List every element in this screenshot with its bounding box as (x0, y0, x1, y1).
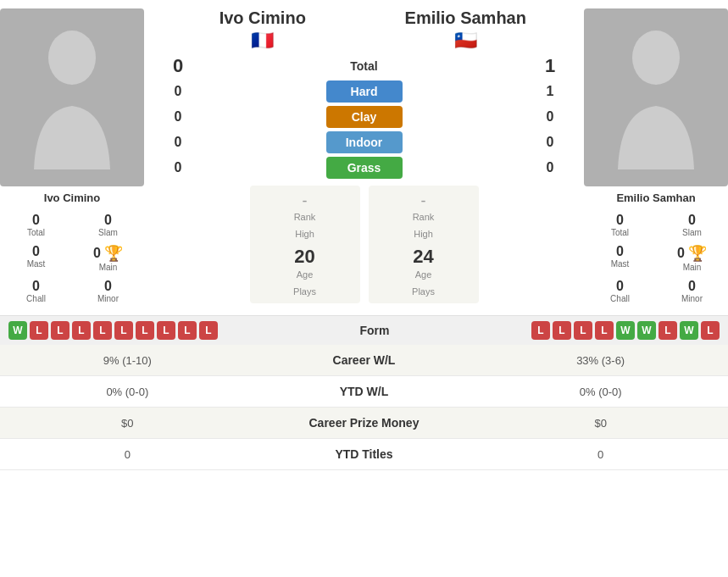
player2-chall-label: Chall (586, 294, 654, 303)
form-badge-w: W (680, 321, 698, 340)
p2-grass-score: 0 (533, 160, 567, 175)
form-badge-w: W (637, 321, 656, 340)
indoor-button[interactable]: Indoor (326, 131, 403, 153)
player1-plays-block: Plays (260, 286, 350, 297)
form-badge-l: L (595, 321, 614, 340)
player2-total-cell: 0 Total (584, 209, 656, 241)
p2-hard-score: 1 (533, 84, 567, 99)
player2-plays-label: Plays (379, 286, 469, 297)
career-wl-label: Career W/L (255, 345, 474, 376)
titles-label: YTD Titles (255, 439, 474, 470)
player2-trophy-icon: 🏆 (688, 244, 707, 263)
player2-main-label: Main (683, 263, 702, 272)
form-badge-l: L (51, 321, 69, 340)
player2-minor-cell: 0 Minor (656, 275, 728, 307)
ytd-wl-label: YTD W/L (255, 376, 474, 408)
player2-slam-cell: 0 Slam (656, 209, 728, 241)
player2-age-block: 24 Age (379, 246, 469, 280)
player1-chall-label: Chall (2, 294, 70, 303)
player2-minor-label: Minor (658, 294, 726, 303)
p1-hard-score: 0 (161, 84, 195, 99)
player2-chall-cell: 0 Chall (584, 275, 656, 307)
form-badge-l: L (199, 321, 218, 340)
info-cards-row: - Rank High 20 Age Plays - Ra (153, 186, 575, 303)
player1-mast-label: Mast (2, 259, 70, 269)
titles-row: 0 YTD Titles 0 (0, 439, 728, 470)
p2-ytd-wl: 0% (0-0) (473, 376, 728, 408)
player2-header-name: Emilio Samhan (364, 8, 568, 28)
player-header: Ivo Cimino 🇫🇷 Emilio Samhan 🇨🇱 (153, 8, 575, 52)
player2-high-label: High (379, 229, 469, 239)
stats-table: 9% (1-10) Career W/L 33% (3-6) 0% (0-0) … (0, 345, 728, 470)
form-badge-l: L (114, 321, 133, 340)
hard-button[interactable]: Hard (326, 80, 403, 103)
player2-info-card: - Rank High 24 Age Plays (369, 186, 479, 303)
p2-total-score: 1 (533, 55, 567, 77)
clay-row: 0 Clay 0 (161, 106, 567, 128)
player1-chall-value: 0 (2, 279, 70, 294)
player2-slam-label: Slam (658, 228, 726, 237)
player1-slam-cell: 0 Slam (72, 209, 144, 241)
player2-minor-value: 0 (658, 279, 726, 294)
svg-point-0 (48, 31, 96, 85)
player1-minor-cell: 0 Minor (72, 275, 144, 307)
player1-main-value: 0 (93, 246, 101, 261)
player2-high-placeholder: High (379, 229, 469, 239)
player1-name: Ivo Cimino (44, 191, 100, 204)
total-label: Total (195, 59, 533, 73)
p1-career-wl: 9% (1-10) (0, 345, 255, 376)
player2-block: Emilio Samhan 0 Total 0 Slam 0 Mast 0 (584, 8, 728, 307)
career-wl-row: 9% (1-10) Career W/L 33% (3-6) (0, 345, 728, 376)
grass-button[interactable]: Grass (326, 157, 403, 179)
form-badge-l: L (574, 321, 592, 340)
player2-rank-value: - (379, 192, 469, 210)
player1-minor-value: 0 (74, 279, 142, 294)
player1-age-label: Age (260, 269, 350, 280)
svg-point-1 (632, 31, 680, 85)
indoor-row: 0 Indoor 0 (161, 131, 567, 153)
player2-stats-grid: 0 Total 0 Slam 0 Mast 0 🏆 Main (584, 209, 728, 307)
form-label: Form (218, 324, 531, 337)
player1-total-cell: 0 Total (0, 209, 72, 241)
player1-form-badges: WLLLLLLLLL (8, 321, 218, 340)
p1-titles: 0 (0, 439, 255, 470)
player1-trophy-icon: 🏆 (104, 244, 123, 263)
player2-main-value: 0 (677, 246, 685, 261)
clay-button[interactable]: Clay (326, 106, 403, 128)
player1-high-label: High (260, 229, 350, 239)
player1-age-block: 20 Age (260, 246, 350, 280)
player1-total-value: 0 (2, 213, 70, 228)
player1-main-label: Main (99, 263, 118, 272)
p2-clay-score: 0 (533, 109, 567, 125)
player2-mast-value: 0 (586, 244, 654, 259)
p2-prize: $0 (473, 408, 728, 439)
form-badge-l: L (93, 321, 112, 340)
player1-rank-label: Rank (260, 212, 350, 222)
player1-minor-label: Minor (74, 294, 142, 303)
player1-mast-cell: 0 Mast (0, 241, 72, 275)
player1-header-name: Ivo Cimino (161, 8, 364, 28)
player1-block: Ivo Cimino 0 Total 0 Slam 0 Mast 0 (0, 8, 144, 307)
player1-chall-cell: 0 Chall (0, 275, 72, 307)
player2-age-label: Age (379, 269, 469, 280)
form-badge-l: L (531, 321, 550, 340)
form-badge-l: L (553, 321, 571, 340)
form-badge-w: W (616, 321, 635, 340)
grass-row: 0 Grass 0 (161, 157, 567, 179)
form-badge-l: L (72, 321, 91, 340)
prize-label: Career Prize Money (255, 408, 474, 439)
form-badge-l: L (701, 321, 720, 340)
p1-total-score: 0 (161, 55, 195, 77)
player1-plays-label: Plays (260, 286, 350, 297)
form-badge-l: L (178, 321, 197, 340)
player2-trophy-cell: 0 🏆 Main (656, 241, 728, 275)
player1-slam-label: Slam (74, 228, 142, 237)
player2-slam-value: 0 (658, 213, 726, 228)
player2-form-badges: LLLLWWLWL (531, 321, 720, 340)
hard-row: 0 Hard 1 (161, 80, 567, 103)
form-badge-l: L (136, 321, 154, 340)
player2-photo (584, 8, 728, 186)
player2-name: Emilio Samhan (616, 191, 695, 204)
player2-flag: 🇨🇱 (364, 30, 568, 52)
player1-mast-value: 0 (2, 244, 70, 259)
